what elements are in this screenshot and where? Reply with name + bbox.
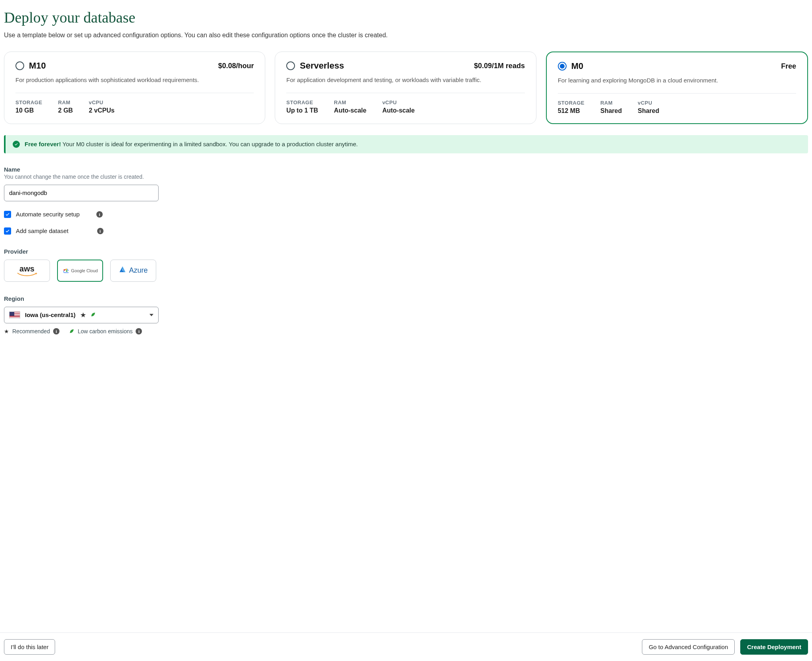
provider-label: Provider bbox=[4, 248, 808, 255]
cluster-name-input[interactable] bbox=[4, 185, 159, 201]
provider-aws[interactable]: aws bbox=[4, 260, 50, 282]
us-flag-icon bbox=[9, 311, 20, 319]
storage-label: STORAGE bbox=[286, 99, 318, 105]
vcpu-value: Auto-scale bbox=[382, 107, 415, 114]
storage-label: STORAGE bbox=[558, 100, 585, 106]
radio-serverless[interactable] bbox=[286, 61, 295, 70]
plan-price: Free bbox=[781, 62, 796, 71]
azure-label: Azure bbox=[129, 266, 147, 275]
info-icon[interactable]: i bbox=[136, 328, 142, 334]
plan-price: $0.09/1M reads bbox=[474, 62, 525, 70]
vcpu-label: vCPU bbox=[382, 99, 415, 105]
check-icon bbox=[13, 141, 20, 148]
vcpu-value: 2 vCPUs bbox=[89, 107, 115, 114]
vcpu-label: vCPU bbox=[638, 100, 659, 106]
plan-price: $0.08/hour bbox=[218, 62, 254, 70]
banner-strong: Free forever! bbox=[25, 141, 61, 147]
storage-label: STORAGE bbox=[15, 99, 42, 105]
legend-recommended: Recommended bbox=[12, 328, 50, 334]
vcpu-value: Shared bbox=[638, 107, 659, 115]
name-label: Name bbox=[4, 166, 808, 173]
aws-logo: aws bbox=[19, 264, 34, 273]
info-icon[interactable]: i bbox=[97, 228, 103, 234]
plan-card-m10[interactable]: M10 $0.08/hour For production applicatio… bbox=[4, 52, 265, 124]
ram-label: RAM bbox=[58, 99, 73, 105]
radio-m10[interactable] bbox=[15, 61, 24, 70]
leaf-icon bbox=[90, 311, 96, 318]
plan-title: M10 bbox=[29, 61, 46, 71]
plan-card-m0[interactable]: M0 Free For learning and exploring Mongo… bbox=[546, 52, 808, 124]
chevron-down-icon bbox=[149, 314, 153, 316]
vcpu-label: vCPU bbox=[89, 99, 115, 105]
info-icon[interactable]: i bbox=[96, 211, 103, 218]
azure-icon bbox=[119, 266, 126, 275]
checkbox-label: Automate security setup bbox=[16, 211, 80, 218]
name-help: You cannot change the name once the clus… bbox=[4, 174, 808, 180]
ram-value: Auto-scale bbox=[334, 107, 366, 114]
google-cloud-icon bbox=[62, 267, 69, 274]
name-section: Name You cannot change the name once the… bbox=[4, 166, 808, 201]
legend-lowcarbon: Low carbon emissions bbox=[78, 328, 133, 334]
star-icon: ★ bbox=[80, 311, 86, 319]
plan-desc: For learning and exploring MongoDB in a … bbox=[558, 76, 796, 85]
svg-point-2 bbox=[66, 270, 68, 272]
storage-value: 10 GB bbox=[15, 107, 42, 114]
banner-text: Your M0 cluster is ideal for experimenti… bbox=[61, 141, 358, 147]
provider-azure[interactable]: Azure bbox=[110, 260, 156, 282]
ram-label: RAM bbox=[600, 100, 622, 106]
region-label: Region bbox=[4, 295, 808, 302]
add-sample-dataset-checkbox-row[interactable]: Add sample dataset i bbox=[4, 227, 808, 235]
region-select[interactable]: Iowa (us-central1) ★ bbox=[4, 307, 159, 323]
storage-value: Up to 1 TB bbox=[286, 107, 318, 114]
ram-value: Shared bbox=[600, 107, 622, 115]
plan-cards-row: M10 $0.08/hour For production applicatio… bbox=[4, 52, 808, 124]
radio-m0[interactable] bbox=[558, 62, 567, 71]
region-selected-text: Iowa (us-central1) bbox=[25, 311, 76, 318]
checkbox-icon[interactable] bbox=[4, 227, 11, 235]
ram-label: RAM bbox=[334, 99, 366, 105]
checkbox-icon[interactable] bbox=[4, 211, 11, 218]
checkbox-label: Add sample dataset bbox=[16, 227, 69, 234]
google-cloud-label: Google Cloud bbox=[71, 268, 98, 273]
plan-desc: For application development and testing,… bbox=[286, 76, 525, 85]
plan-title: M0 bbox=[571, 61, 584, 71]
free-forever-banner: Free forever! Your M0 cluster is ideal f… bbox=[4, 135, 808, 153]
star-icon: ★ bbox=[4, 328, 9, 334]
svg-point-1 bbox=[65, 269, 67, 270]
plan-title: Serverless bbox=[300, 61, 344, 71]
svg-point-0 bbox=[64, 269, 65, 271]
page-title: Deploy your database bbox=[4, 9, 808, 26]
leaf-icon bbox=[69, 328, 75, 335]
plan-card-serverless[interactable]: Serverless $0.09/1M reads For applicatio… bbox=[275, 52, 536, 124]
region-legend: ★ Recommended i Low carbon emissions i bbox=[4, 328, 808, 335]
info-icon[interactable]: i bbox=[53, 328, 59, 334]
storage-value: 512 MB bbox=[558, 107, 585, 115]
provider-google-cloud[interactable]: Google Cloud bbox=[57, 260, 103, 282]
plan-desc: For production applications with sophist… bbox=[15, 76, 254, 85]
automate-security-checkbox-row[interactable]: Automate security setup i bbox=[4, 211, 808, 218]
page-subtitle: Use a template below or set up advanced … bbox=[4, 32, 808, 39]
ram-value: 2 GB bbox=[58, 107, 73, 114]
